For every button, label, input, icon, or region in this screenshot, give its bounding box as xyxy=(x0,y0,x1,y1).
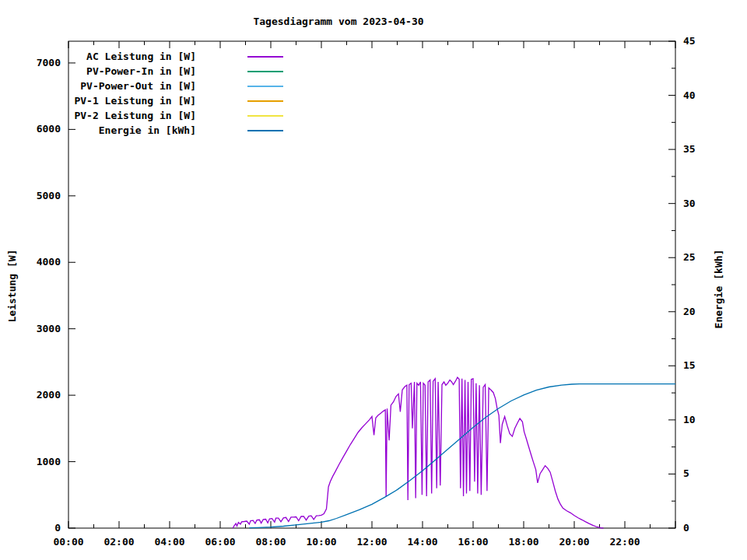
legend-label: Energie in [kWh] xyxy=(68,124,196,136)
x-axis-tick-label: 14:00 xyxy=(407,536,437,548)
y-left-tick-label: 1000 xyxy=(37,456,61,467)
x-axis-tick-label: 20:00 xyxy=(559,536,589,548)
legend-label: PV-2 Leistung in [W] xyxy=(68,110,196,121)
legend-label: PV-Power-In in [W] xyxy=(68,65,196,77)
x-axis-tick-label: 16:00 xyxy=(458,536,488,548)
legend-line-sample xyxy=(247,130,283,131)
legend-line-sample xyxy=(247,56,283,58)
x-axis-tick-label: 10:00 xyxy=(306,536,336,548)
y-left-tick-label: 5000 xyxy=(37,190,61,201)
y-left-tick-label: 4000 xyxy=(37,256,61,268)
legend-row: PV-Power-In in [W] xyxy=(68,64,294,79)
x-axis-tick-label: 00:00 xyxy=(53,536,83,548)
series-line-ac-leistung-in-w xyxy=(233,377,603,528)
y-right-tick-label: 45 xyxy=(683,35,696,47)
legend-line-sample xyxy=(247,100,283,102)
legend-row: PV-2 Leistung in [W] xyxy=(68,108,294,123)
legend-row: PV-1 Leistung in [W] xyxy=(68,93,294,108)
y-left-tick-label: 2000 xyxy=(37,389,61,401)
x-axis-tick-label: 22:00 xyxy=(609,536,640,548)
y-right-tick-label: 10 xyxy=(683,414,696,425)
legend-row: Energie in [kWh] xyxy=(68,123,294,138)
legend-line-sample xyxy=(247,86,283,87)
x-axis-tick-label: 12:00 xyxy=(356,536,387,548)
y-left-tick-label: 6000 xyxy=(37,123,61,135)
y-right-tick-label: 15 xyxy=(683,359,696,371)
x-axis-tick-label: 18:00 xyxy=(508,536,538,548)
x-axis-tick-label: 08:00 xyxy=(255,536,286,548)
legend-label: AC Leistung in [W] xyxy=(68,51,196,62)
y-right-tick-label: 0 xyxy=(683,522,689,534)
y-right-tick-label: 40 xyxy=(683,89,696,101)
legend-row: AC Leistung in [W] xyxy=(68,49,294,64)
legend-row: PV-Power-Out in [W] xyxy=(68,79,294,93)
y-right-tick-label: 35 xyxy=(683,143,696,155)
chart-canvas: Tagesdiagramm vom 2023-04-30 Leistung [W… xyxy=(0,0,747,560)
y-axis-right-label: Energie [kWh] xyxy=(713,153,724,425)
chart-legend: AC Leistung in [W]PV-Power-In in [W]PV-P… xyxy=(68,49,294,138)
y-right-tick-label: 25 xyxy=(683,251,696,263)
x-axis-tick-label: 04:00 xyxy=(154,536,184,548)
y-left-tick-label: 3000 xyxy=(37,323,61,334)
y-right-tick-label: 30 xyxy=(683,198,696,209)
legend-label: PV-1 Leistung in [W] xyxy=(68,95,196,107)
legend-line-sample xyxy=(247,115,283,117)
legend-line-sample xyxy=(247,71,283,72)
y-axis-left-label: Leistung [W] xyxy=(6,150,18,422)
y-left-tick-label: 0 xyxy=(54,522,61,534)
y-right-tick-label: 5 xyxy=(683,467,689,479)
x-axis-tick-label: 06:00 xyxy=(205,536,235,548)
legend-label: PV-Power-Out in [W] xyxy=(68,80,196,92)
y-right-tick-label: 20 xyxy=(683,306,696,317)
x-axis-tick-label: 02:00 xyxy=(103,536,134,548)
chart-title: Tagesdiagramm vom 2023-04-30 xyxy=(0,16,677,27)
y-left-tick-label: 7000 xyxy=(37,57,61,68)
